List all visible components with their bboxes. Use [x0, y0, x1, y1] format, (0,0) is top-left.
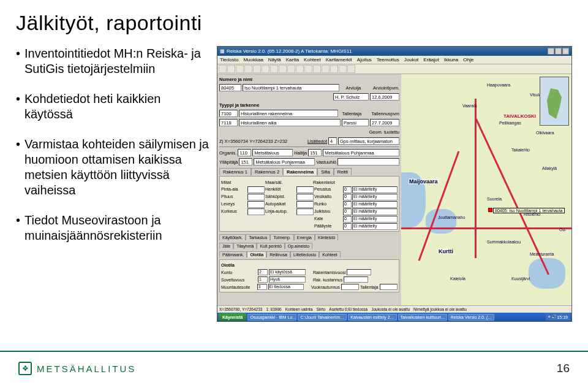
toolbar-button[interactable] [313, 65, 321, 73]
haltija-text[interactable]: Metsätalous Pohjanmaa [323, 149, 399, 156]
tab-kiinteisto[interactable]: Kiinteistö [315, 234, 338, 240]
menu-item[interactable]: Tiedosto [220, 57, 238, 63]
yllapitaja-text[interactable]: Metsätalous Pohjanmaa [254, 158, 315, 166]
toolbar-button[interactable] [339, 65, 347, 73]
haltija-code[interactable]: 151 [308, 149, 322, 156]
tab-tilayhma[interactable]: Tilayhmä [233, 243, 257, 249]
tyyppi-text-input[interactable]: Historiallinen rakennelma [239, 110, 338, 117]
perustus-code[interactable]: 0 [343, 186, 352, 193]
tab-reilinosa[interactable]: Reilinosa [266, 251, 290, 257]
julkisivu-code[interactable]: 0 [343, 208, 352, 215]
toolbar-button[interactable] [287, 65, 295, 73]
tab-kultperinto[interactable]: Kult.perintö [257, 243, 284, 249]
menu-item[interactable]: Karttamerkit [326, 57, 352, 63]
yllapitaja-code[interactable]: 151 [239, 158, 252, 166]
pintaala-input[interactable] [247, 186, 265, 193]
taskbar-button[interactable]: Reiska Versio 2.0. (… [448, 314, 495, 321]
vuokrautunnus-input[interactable] [341, 284, 359, 290]
toolbar-button[interactable] [262, 65, 270, 73]
tab-silta[interactable]: Silta [317, 168, 334, 175]
tarkenne-text-input[interactable]: Historiallinen aika [239, 119, 341, 126]
toolbar-button[interactable] [347, 65, 355, 73]
soveltuvuus-code[interactable]: 1 [258, 276, 268, 283]
tab-paamaank[interactable]: Päämaank. [219, 251, 247, 257]
map-pane[interactable]: Haapovaara Vaarala Visulampi Peilikangas… [401, 74, 571, 307]
toolbar-button[interactable] [279, 65, 287, 73]
kunto-text[interactable]: Ei käytössä [269, 269, 306, 275]
tab-kohteet[interactable]: Kohteet [319, 251, 340, 257]
toolbar-button[interactable] [253, 65, 261, 73]
toolbar-button[interactable] [227, 65, 235, 73]
tarkenne-code-input[interactable]: 7118 [219, 119, 238, 126]
tab-olotila[interactable]: Olotila [247, 251, 266, 257]
menu-item[interactable]: Ohje [463, 57, 473, 63]
numero-input[interactable]: 80405 [219, 84, 241, 91]
map-marker-icon[interactable] [488, 208, 492, 212]
toolbar-button[interactable] [330, 65, 338, 73]
muuntautesolle-code[interactable]: 3 [257, 284, 267, 290]
arviointipvm-input[interactable]: 12.6.2009 [370, 93, 399, 101]
toolbar-button[interactable] [322, 65, 330, 73]
runko-code[interactable]: 0 [343, 201, 352, 208]
tab-rakennus1[interactable]: Rakennus 1 [219, 168, 251, 175]
inset-map[interactable] [540, 77, 569, 126]
autopaikat-input[interactable] [296, 201, 314, 208]
menu-item[interactable]: Kartta [286, 57, 299, 63]
toolbar-button[interactable] [304, 65, 312, 73]
tab-liitetiedosto[interactable]: Liitetiedosto [290, 251, 319, 257]
tallentaja2-input[interactable] [380, 284, 398, 290]
close-button[interactable]: × [562, 48, 569, 55]
taskbar-button[interactable]: C:\Jouni Taivainen\m… [298, 314, 347, 321]
tab-energia[interactable]: Energia [294, 234, 315, 240]
start-button[interactable]: Käynnistä [219, 313, 246, 321]
sahkopist-input[interactable] [296, 194, 314, 200]
korkeus-input[interactable] [247, 208, 265, 215]
toolbar-button[interactable] [219, 65, 227, 73]
nimi-input[interactable]: Iso Nuottilampi 1 tervahauta [243, 84, 339, 91]
vesikatto-code[interactable]: 0 [343, 194, 352, 200]
pituus-input[interactable] [247, 194, 265, 200]
organis-code[interactable]: 110 [238, 149, 251, 156]
linjaautop-input[interactable] [296, 208, 314, 215]
tab-opaineisto[interactable]: Op.aineisto [285, 243, 312, 249]
tab-rakennus2[interactable]: Rakennus 2 [251, 168, 283, 175]
tab-tarkastus[interactable]: Tarkastus [246, 234, 270, 240]
menu-item[interactable]: Muokkaa [243, 57, 263, 63]
tab-kayttotark[interactable]: Käyttötark. [219, 234, 246, 240]
paallyste-text[interactable]: Ei määritelty [352, 223, 398, 230]
menu-item[interactable]: Eräajot [423, 57, 439, 63]
menu-item[interactable]: Teemottus [377, 57, 399, 63]
tab-reitti[interactable]: Reitti [334, 168, 352, 175]
taskbar-button[interactable]: Osuuspankki - IBM Lo… [247, 314, 296, 321]
kate-text[interactable]: Ei määritelty [352, 216, 398, 223]
paallyste-code[interactable]: 0 [343, 223, 352, 230]
toolbar-button[interactable] [296, 65, 304, 73]
toolbar-button[interactable] [270, 65, 278, 73]
tab-rakennelma[interactable]: Rakennelma [283, 168, 317, 175]
menu-item[interactable]: Näytä [268, 57, 281, 63]
menu-item[interactable]: Joukot [404, 57, 419, 63]
minimize-button[interactable]: _ [548, 48, 554, 55]
tallennuspvm-input[interactable]: 27.7.2009 [370, 119, 399, 126]
rakkustannus-input[interactable] [344, 276, 368, 283]
menu-item[interactable]: Kohteet [304, 57, 321, 63]
menu-item[interactable]: Ikkuna [444, 57, 459, 63]
taskbar-button[interactable]: Kaivausten esittely 2… [348, 314, 396, 321]
menu-bar[interactable]: Tiedosto Muokkaa Näytä Kartta Kohteet Ka… [217, 56, 571, 64]
taskbar-button[interactable]: Taivalkosken kulttuuri… [398, 314, 447, 321]
window-titlebar[interactable]: ▦ Reiska Versio 2.0. (05.12.2008-2) A Ti… [217, 47, 571, 56]
tallentaja-input[interactable]: Parssi [342, 119, 369, 126]
arvioija-input[interactable]: H. P. Schulz [333, 93, 369, 101]
soveltuvuus-text[interactable]: Hyvä [269, 276, 306, 283]
leveys-input[interactable] [247, 201, 265, 208]
vesikatto-text[interactable]: Ei määritelty [352, 194, 398, 200]
runko-text[interactable]: Ei määritelty [352, 201, 398, 208]
henkilot-input[interactable] [296, 186, 314, 193]
kate-code[interactable]: 0 [343, 216, 352, 223]
rakentamisvuosi-input[interactable] [347, 269, 371, 275]
perustus-text[interactable]: Ei määritelty [352, 186, 398, 193]
tab-toimenp[interactable]: Toimenp. [270, 234, 293, 240]
organis-text[interactable]: Metsätalous [252, 149, 293, 156]
julkisivu-text[interactable]: Ei määritelty [352, 208, 398, 215]
vastuuhlo-input[interactable] [337, 158, 399, 166]
